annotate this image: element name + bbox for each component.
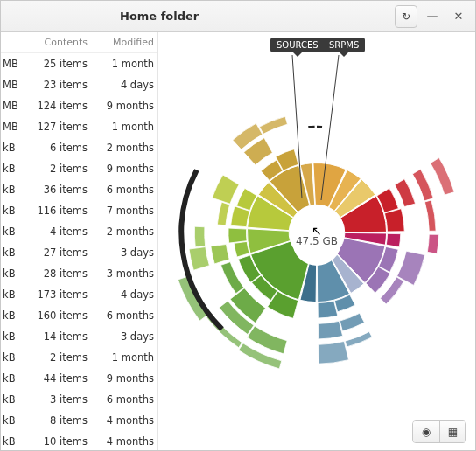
cell-items: 23 items — [24, 79, 94, 91]
cell-size: kB — [3, 267, 24, 280]
treemap-icon: ▦ — [448, 426, 458, 438]
cell-size: MB — [3, 121, 24, 133]
cell-items: 116 items — [24, 205, 94, 217]
table-row[interactable]: kB10 items4 months — [1, 431, 158, 450]
cell-items: 8 items — [24, 414, 94, 427]
window-title: Home folder — [6, 10, 395, 23]
sunburst-segment[interactable] — [211, 245, 229, 264]
sunburst-view-button[interactable]: ◉ — [413, 421, 439, 442]
table-row[interactable]: kB14 items3 days — [1, 326, 158, 347]
sunburst-segment[interactable] — [318, 342, 349, 364]
cell-modified: 9 months — [94, 372, 154, 385]
cell-size: kB — [3, 246, 24, 259]
close-button[interactable]: ✕ — [447, 5, 470, 28]
table-row[interactable]: kB44 items9 months — [1, 368, 158, 389]
cell-modified: 3 days — [94, 246, 154, 259]
cell-size: kB — [3, 330, 24, 343]
view-switcher: ◉ ▦ — [412, 420, 466, 443]
sunburst-segment[interactable] — [217, 202, 229, 226]
chart-center-label: 47.5 GB — [292, 217, 341, 266]
cell-items: 6 items — [24, 142, 94, 154]
cell-items: 25 items — [24, 58, 94, 70]
sunburst-segment[interactable] — [424, 200, 436, 231]
cell-items: 28 items — [24, 267, 94, 280]
sunburst-icon: ◉ — [422, 426, 430, 438]
table-row[interactable]: kB116 items7 months — [1, 200, 158, 221]
cell-size: MB — [3, 100, 24, 112]
sunburst-segment[interactable] — [340, 313, 364, 330]
treemap-view-button[interactable]: ▦ — [439, 421, 466, 442]
cell-size: kB — [3, 309, 24, 322]
cell-size: kB — [3, 163, 24, 175]
cell-size: kB — [3, 372, 24, 385]
cell-size: kB — [3, 184, 24, 196]
table-row[interactable]: MB25 items1 month — [1, 53, 158, 74]
tooltip-srpms: SRPMS — [323, 38, 365, 52]
cell-modified: 6 months — [94, 309, 154, 322]
cell-modified: 4 months — [94, 435, 154, 448]
minimize-button[interactable]: — — [421, 5, 444, 28]
sunburst-segment[interactable] — [234, 241, 249, 257]
titlebar: Home folder ↻ — ✕ — [1, 1, 475, 32]
table-row[interactable]: kB2 items1 month — [1, 347, 158, 368]
sunburst-segment[interactable] — [386, 233, 400, 246]
table-row[interactable]: kB27 items3 days — [1, 242, 158, 263]
app-window: Home folder ↻ — ✕ Contents Modified MB25… — [0, 0, 476, 451]
cell-items: 160 items — [24, 309, 94, 322]
table-row[interactable]: kB160 items6 months — [1, 305, 158, 326]
table-row[interactable]: kB8 items4 months — [1, 410, 158, 431]
table-rows: MB25 items1 monthMB23 items4 daysMB124 i… — [1, 53, 158, 450]
cell-modified: 6 months — [94, 184, 154, 196]
table-row[interactable]: kB3 items6 months — [1, 389, 158, 410]
table-row[interactable]: kB28 items3 months — [1, 263, 158, 284]
sunburst-segment[interactable] — [412, 170, 433, 201]
table-row[interactable]: kB36 items6 months — [1, 179, 158, 200]
sunburst-segment[interactable] — [318, 321, 342, 339]
cell-size: MB — [3, 58, 24, 70]
table-row[interactable]: kB4 items2 months — [1, 221, 158, 242]
cell-size: kB — [3, 435, 24, 448]
cell-modified: 9 months — [94, 100, 154, 112]
header-contents[interactable]: Contents — [1, 37, 94, 48]
table-row[interactable]: MB23 items4 days — [1, 74, 158, 95]
cell-size: kB — [3, 205, 24, 217]
sunburst-segment[interactable] — [213, 175, 240, 204]
cell-size: kB — [3, 142, 24, 154]
sunburst-segment[interactable] — [345, 331, 372, 347]
cell-modified: 1 month — [94, 58, 154, 70]
cell-items: 36 items — [24, 184, 94, 196]
sunburst-segment[interactable] — [395, 179, 415, 207]
table-row[interactable]: kB6 items2 months — [1, 137, 158, 158]
cell-modified: 6 months — [94, 393, 154, 406]
table-row[interactable]: MB124 items9 months — [1, 95, 158, 116]
header-modified[interactable]: Modified — [94, 37, 154, 48]
table-row[interactable]: kB2 items9 months — [1, 158, 158, 179]
sunburst-segment[interactable] — [318, 301, 338, 318]
sunburst-segment[interactable] — [221, 262, 244, 294]
cell-modified: 3 days — [94, 330, 154, 343]
cell-size: kB — [3, 288, 24, 301]
titlebar-right: ↻ — ✕ — [395, 5, 470, 28]
sunburst-segment[interactable] — [430, 158, 454, 195]
cell-items: 124 items — [24, 100, 94, 112]
side-panel: Contents Modified MB25 items1 monthMB23 … — [1, 32, 158, 450]
sunburst-segment[interactable] — [427, 234, 438, 253]
cell-items: 14 items — [24, 330, 94, 343]
cell-modified: 9 months — [94, 163, 154, 175]
cell-size: kB — [3, 226, 24, 238]
cell-size: kB — [3, 393, 24, 406]
sunburst-segment[interactable] — [194, 226, 205, 246]
sunburst-segment[interactable] — [189, 247, 209, 271]
table-row[interactable]: kB173 items4 days — [1, 284, 158, 305]
table-row[interactable]: MB127 items1 month — [1, 116, 158, 137]
cell-size: kB — [3, 414, 24, 427]
sunburst-segment[interactable] — [384, 209, 404, 232]
cell-modified: 1 month — [94, 121, 154, 133]
close-icon: ✕ — [454, 10, 464, 23]
chart-area: 47.5 GB SOURCES SRPMS ↖ ◉ ▦ — [158, 32, 475, 450]
reload-button[interactable]: ↻ — [395, 5, 417, 28]
sunburst-segment[interactable] — [259, 116, 287, 134]
cell-modified: 4 months — [94, 414, 154, 427]
cell-items: 2 items — [24, 351, 94, 364]
sunburst-segment[interactable] — [228, 228, 247, 243]
